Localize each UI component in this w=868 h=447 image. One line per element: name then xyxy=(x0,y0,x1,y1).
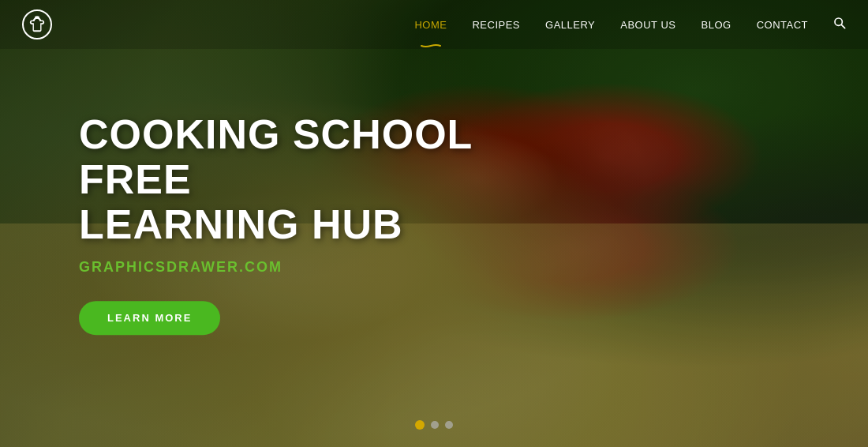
hero-title-line2: LEARNING HUB xyxy=(79,202,403,248)
svg-line-2 xyxy=(841,24,844,28)
sidebar-item-gallery[interactable]: GALLERY xyxy=(545,17,595,32)
logo-icon xyxy=(22,9,52,39)
search-button[interactable] xyxy=(833,17,846,32)
logo[interactable] xyxy=(22,9,52,39)
nav-recipes-link[interactable]: RECIPES xyxy=(472,19,520,31)
slider-dots xyxy=(415,420,453,430)
slider-dot-3[interactable] xyxy=(445,421,453,429)
slider-dot-1[interactable] xyxy=(415,420,425,430)
nav-about-link[interactable]: ABOUT US xyxy=(620,19,675,31)
hero-title: COOKING SCHOOL FREE LEARNING HUB xyxy=(79,112,521,248)
hero-title-line1: COOKING SCHOOL FREE xyxy=(79,111,472,202)
sidebar-item-recipes[interactable]: RECIPES xyxy=(472,17,520,32)
hero-subtitle: GRAPHICSDRAWER.COM xyxy=(79,259,521,276)
nav-active-indicator xyxy=(420,36,442,39)
hero-section: HOME RECIPES GALLERY ABOUT US BLOG CO xyxy=(0,0,868,447)
hero-content: COOKING SCHOOL FREE LEARNING HUB GRAPHIC… xyxy=(79,112,521,335)
sidebar-item-contact[interactable]: CONTACT xyxy=(757,17,808,32)
sidebar-item-home[interactable]: HOME xyxy=(414,17,447,32)
sidebar-item-about[interactable]: ABOUT US xyxy=(620,17,675,32)
search-icon[interactable] xyxy=(833,18,846,32)
learn-more-button[interactable]: LEARN MORE xyxy=(79,301,220,335)
slider-dot-2[interactable] xyxy=(431,421,439,429)
nav-gallery-link[interactable]: GALLERY xyxy=(545,19,595,31)
nav-home-link[interactable]: HOME xyxy=(414,19,447,31)
sidebar-item-blog[interactable]: BLOG xyxy=(702,17,731,32)
nav-contact-link[interactable]: CONTACT xyxy=(757,19,808,31)
nav-links: HOME RECIPES GALLERY ABOUT US BLOG CO xyxy=(414,17,846,32)
nav-blog-link[interactable]: BLOG xyxy=(702,19,731,31)
navbar: HOME RECIPES GALLERY ABOUT US BLOG CO xyxy=(0,0,868,49)
